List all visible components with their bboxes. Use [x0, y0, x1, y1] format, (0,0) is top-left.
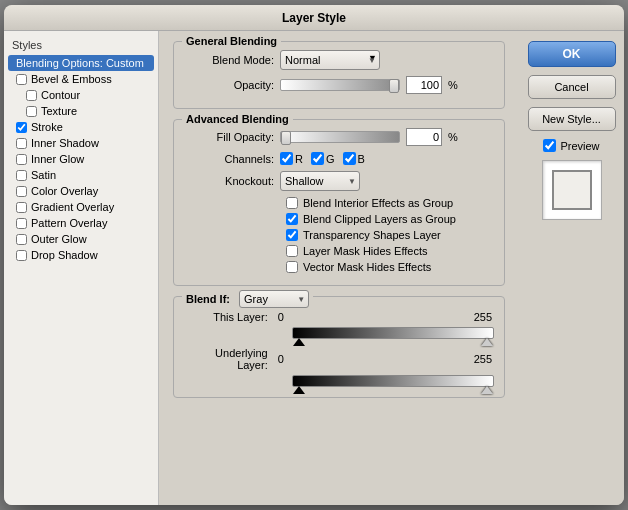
- underlying-layer-thumb-black[interactable]: [293, 386, 305, 394]
- this-layer-numbers: 0 255: [276, 311, 494, 323]
- this-layer-thumb-white[interactable]: [481, 338, 493, 346]
- sidebar-item-color-overlay[interactable]: Color Overlay: [4, 183, 158, 199]
- sidebar-item-pattern-overlay[interactable]: Pattern Overlay: [4, 215, 158, 231]
- this-layer-gradient-bar[interactable]: [292, 327, 494, 339]
- underlying-layer-thumb-white[interactable]: [481, 386, 493, 394]
- this-layer-row: This Layer: 0 255: [184, 311, 494, 323]
- sidebar: Styles Blending Options: Custom Bevel & …: [4, 31, 159, 505]
- pattern-overlay-checkbox[interactable]: [16, 218, 27, 229]
- channel-b-item: B: [343, 152, 365, 165]
- texture-checkbox[interactable]: [26, 106, 37, 117]
- channel-r-item: R: [280, 152, 303, 165]
- knockout-select[interactable]: None Shallow Deep: [280, 171, 360, 191]
- sidebar-item-contour[interactable]: Contour: [4, 87, 158, 103]
- underlying-layer-max: 255: [474, 353, 492, 365]
- main-content: General Blending Blend Mode: Normal Diss…: [159, 31, 519, 505]
- outer-glow-checkbox[interactable]: [16, 234, 27, 245]
- knockout-row: Knockout: None Shallow Deep: [184, 171, 494, 191]
- inner-glow-checkbox[interactable]: [16, 154, 27, 165]
- channel-b-label: B: [358, 153, 365, 165]
- dialog-title: Layer Style: [282, 11, 346, 25]
- blend-mode-label: Blend Mode:: [184, 54, 274, 66]
- channels-label: Channels:: [184, 153, 274, 165]
- sidebar-item-satin[interactable]: Satin: [4, 167, 158, 183]
- underlying-layer-gradient-bar[interactable]: [292, 375, 494, 387]
- sidebar-item-stroke[interactable]: Stroke: [4, 119, 158, 135]
- ok-button[interactable]: OK: [528, 41, 616, 67]
- drop-shadow-checkbox[interactable]: [16, 250, 27, 261]
- this-layer-label: This Layer:: [184, 311, 268, 323]
- sidebar-item-label: Gradient Overlay: [31, 201, 114, 213]
- sidebar-section-styles: Styles: [4, 37, 158, 55]
- sidebar-item-label: Contour: [41, 89, 80, 101]
- vector-mask-hides-row: Vector Mask Hides Effects: [282, 261, 494, 273]
- sidebar-item-inner-glow[interactable]: Inner Glow: [4, 151, 158, 167]
- blend-if-channel-select[interactable]: Gray Red Green Blue: [239, 290, 309, 308]
- sidebar-item-gradient-overlay[interactable]: Gradient Overlay: [4, 199, 158, 215]
- satin-checkbox[interactable]: [16, 170, 27, 181]
- sidebar-item-label: Pattern Overlay: [31, 217, 107, 229]
- underlying-layer-label: Underlying Layer:: [184, 347, 268, 371]
- preview-inner: [552, 170, 592, 210]
- blend-interior-row: Blend Interior Effects as Group: [282, 197, 494, 209]
- sidebar-item-label: Outer Glow: [31, 233, 87, 245]
- layer-mask-hides-checkbox[interactable]: [286, 245, 298, 257]
- channel-r-checkbox[interactable]: [280, 152, 293, 165]
- sidebar-item-label: Inner Shadow: [31, 137, 99, 149]
- blend-interior-checkbox[interactable]: [286, 197, 298, 209]
- preview-row: Preview: [543, 139, 599, 152]
- vector-mask-hides-checkbox[interactable]: [286, 261, 298, 273]
- blend-clipped-label: Blend Clipped Layers as Group: [303, 213, 456, 225]
- sidebar-item-texture[interactable]: Texture: [4, 103, 158, 119]
- this-layer-slider-row: [184, 327, 494, 339]
- layer-mask-hides-label: Layer Mask Hides Effects: [303, 245, 428, 257]
- sidebar-item-outer-glow[interactable]: Outer Glow: [4, 231, 158, 247]
- sidebar-item-label: Blending Options: Custom: [16, 57, 144, 69]
- sidebar-item-label: Drop Shadow: [31, 249, 98, 261]
- sidebar-item-label: Inner Glow: [31, 153, 84, 165]
- transparency-shapes-checkbox[interactable]: [286, 229, 298, 241]
- knockout-select-wrapper: None Shallow Deep: [280, 171, 360, 191]
- cancel-button[interactable]: Cancel: [528, 75, 616, 99]
- channel-g-label: G: [326, 153, 335, 165]
- sidebar-item-bevel-emboss[interactable]: Bevel & Emboss: [4, 71, 158, 87]
- opacity-input[interactable]: [406, 76, 442, 94]
- preview-checkbox[interactable]: [543, 139, 556, 152]
- opacity-slider-thumb[interactable]: [389, 79, 399, 93]
- this-layer-thumb-black[interactable]: [293, 338, 305, 346]
- sidebar-item-blending-options[interactable]: Blending Options: Custom: [8, 55, 154, 71]
- fill-opacity-input[interactable]: [406, 128, 442, 146]
- blend-clipped-checkbox[interactable]: [286, 213, 298, 225]
- fill-opacity-percent: %: [448, 131, 458, 143]
- sidebar-item-label: Satin: [31, 169, 56, 181]
- opacity-slider-track[interactable]: [280, 79, 400, 91]
- gradient-overlay-checkbox[interactable]: [16, 202, 27, 213]
- general-blending-title: General Blending: [182, 35, 281, 47]
- blend-mode-row: Blend Mode: Normal Dissolve Multiply Scr…: [184, 50, 494, 70]
- transparency-shapes-row: Transparency Shapes Layer: [282, 229, 494, 241]
- blend-mode-select[interactable]: Normal Dissolve Multiply Screen Overlay: [280, 50, 380, 70]
- new-style-button[interactable]: New Style...: [528, 107, 616, 131]
- fill-opacity-slider-track[interactable]: [280, 131, 400, 143]
- general-blending-section: General Blending Blend Mode: Normal Diss…: [173, 41, 505, 109]
- advanced-blending-title: Advanced Blending: [182, 113, 293, 125]
- sidebar-item-drop-shadow[interactable]: Drop Shadow: [4, 247, 158, 263]
- sidebar-item-label: Color Overlay: [31, 185, 98, 197]
- bevel-emboss-checkbox[interactable]: [16, 74, 27, 85]
- blend-mode-select-wrapper: Normal Dissolve Multiply Screen Overlay …: [280, 50, 380, 70]
- fill-opacity-label: Fill Opacity:: [184, 131, 274, 143]
- fill-opacity-slider-thumb[interactable]: [281, 131, 291, 145]
- blend-interior-label: Blend Interior Effects as Group: [303, 197, 453, 209]
- channels-checkboxes: R G B: [280, 152, 365, 165]
- stroke-checkbox[interactable]: [16, 122, 27, 133]
- color-overlay-checkbox[interactable]: [16, 186, 27, 197]
- channel-b-checkbox[interactable]: [343, 152, 356, 165]
- sidebar-item-inner-shadow[interactable]: Inner Shadow: [4, 135, 158, 151]
- blend-if-section: Blend If: Gray Red Green Blue: [173, 296, 505, 398]
- channel-g-checkbox[interactable]: [311, 152, 324, 165]
- contour-checkbox[interactable]: [26, 90, 37, 101]
- this-layer-container: This Layer: 0 255: [184, 311, 494, 339]
- sidebar-item-label: Stroke: [31, 121, 63, 133]
- inner-shadow-checkbox[interactable]: [16, 138, 27, 149]
- blend-clipped-row: Blend Clipped Layers as Group: [282, 213, 494, 225]
